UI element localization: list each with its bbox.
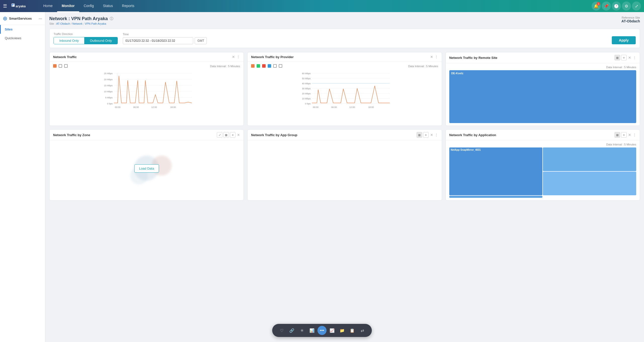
outbound-only-button[interactable]: Outbound Only (84, 37, 117, 44)
zone-grid-btn[interactable]: ▦ (223, 132, 229, 138)
network-traffic-chart: 25 Mbps 20 Mbps 15 Mbps 10 Mbps 5 Mbps 0… (53, 71, 240, 112)
svg-text:25 Mbps: 25 Mbps (104, 72, 113, 75)
treemap-cell-large: NetApp SnapMirror_4031 (449, 147, 543, 195)
network-traffic-app-group-title: Network Traffic by App Group (251, 133, 297, 137)
toolbar-more-btn[interactable]: ••• (317, 326, 327, 335)
more-options-icon-3[interactable]: ⋮ (633, 56, 636, 60)
nav-monitor[interactable]: Monitor (57, 0, 79, 12)
svg-rect-3 (12, 6, 13, 6)
notifications-button[interactable]: 🔔1 (592, 2, 601, 11)
close-icon[interactable]: ✕ (232, 55, 235, 59)
svg-text:20 Mbps: 20 Mbps (104, 78, 113, 81)
svg-text:10 Mbps: 10 Mbps (302, 97, 311, 100)
breadcrumb: Site : AT-Obdach / Network : VPN Path Ar… (49, 22, 113, 25)
svg-text:00:00: 00:00 (115, 106, 120, 108)
network-traffic-body: Data Interval : 5 Minutes 25 Mbps 20 Mbp… (50, 62, 244, 114)
logo: aryaka (11, 3, 34, 10)
more-options-icon-6[interactable]: ⋮ (633, 133, 636, 137)
sidebar-collapse-icon[interactable]: — (39, 17, 42, 20)
svg-rect-0 (12, 4, 15, 7)
inbound-only-button[interactable]: Inbound Only (54, 37, 84, 44)
treemap-cell-3 (449, 196, 543, 198)
app-group-empty (251, 143, 438, 188)
network-traffic-remote-header: Network Traffic by Remote Site ▦ ≡ ✕ ⋮ (446, 52, 640, 63)
nav-config[interactable]: Config (79, 0, 98, 12)
more-options-icon-5[interactable]: ⋮ (435, 133, 438, 137)
app-group-bar-btn[interactable]: ▦ (417, 132, 422, 138)
network-traffic-provider-actions: ✕ ⋮ (430, 55, 438, 59)
traffic-direction-group: Traffic Direction Inbound Only Outbound … (54, 32, 118, 44)
close-icon-6[interactable]: ✕ (628, 133, 631, 137)
hamburger-menu[interactable]: ☰ (3, 3, 7, 9)
svg-text:50 Mbps: 50 Mbps (302, 77, 311, 80)
time-range-input[interactable] (123, 37, 193, 44)
toolbar-folder-btn[interactable]: 📁 (338, 326, 347, 335)
close-icon-3[interactable]: ✕ (628, 56, 631, 60)
app-list-btn[interactable]: ≡ (621, 132, 627, 138)
treemap-cell-label: NetApp SnapMirror_4031 (451, 148, 481, 151)
toolbar-link-btn[interactable]: 🔗 (287, 326, 296, 335)
nav-status[interactable]: Status (98, 0, 117, 12)
svg-text:18:00: 18:00 (170, 106, 176, 108)
charts-grid: Network Traffic ✕ ⋮ Data Interval : 5 Mi… (49, 52, 640, 201)
toolbar-chart-btn[interactable]: 📊 (307, 326, 316, 335)
toolbar-asterisk-btn[interactable]: ✳ (297, 326, 306, 335)
network-traffic-provider-legend (251, 64, 282, 68)
svg-text:aryaka: aryaka (16, 5, 26, 8)
network-traffic-application-body: Data Interval : 5 Minutes NetApp SnapMir… (446, 140, 640, 200)
ref-site-value: AT-Obdach (621, 19, 640, 23)
network-traffic-app-group-card: Network Traffic by App Group ▦ ≡ ✕ ⋮ (247, 129, 442, 201)
network-traffic-app-group-header: Network Traffic by App Group ▦ ≡ ✕ ⋮ (248, 130, 441, 140)
network-traffic-remote-card: Network Traffic by Remote Site ▦ ≡ ✕ ⋮ D… (446, 52, 640, 126)
svg-text:60 Mbps: 60 Mbps (302, 72, 311, 75)
toolbar-transfer-btn[interactable]: ⇄ (358, 326, 367, 335)
network-traffic-zone-body: Load Data (50, 140, 244, 197)
sidebar-item-sites[interactable]: Sites (0, 25, 45, 34)
time-group: Time GMT (123, 33, 207, 44)
nav-reports[interactable]: Reports (117, 0, 139, 12)
zone-list-btn[interactable]: ≡ (230, 132, 235, 138)
bottom-toolbar: ♡ 🔗 ✳ 📊 ••• 📈 📁 📋 ⇄ (272, 324, 372, 337)
network-traffic-title: Network Traffic (53, 55, 77, 59)
nav-action-icons: 🔔1 📌 🕐 ⚙ ⤢ (592, 2, 641, 11)
toolbar-heart-btn[interactable]: ♡ (277, 326, 286, 335)
svg-text:18:00: 18:00 (368, 106, 374, 108)
close-icon-2[interactable]: ✕ (430, 55, 433, 59)
nav-links: Home Monitor Config Status Reports (39, 0, 592, 12)
settings-button[interactable]: ⚙ (622, 2, 631, 11)
time-label: Time (123, 33, 207, 36)
sidebar-title: SmartServices (9, 17, 32, 20)
sidebar-item-quickviews[interactable]: Quickviews (0, 34, 45, 43)
nav-home[interactable]: Home (39, 0, 57, 12)
reference-site: Reference Site AT-Obdach (621, 16, 640, 23)
toolbar-clipboard-btn[interactable]: 📋 (348, 326, 357, 335)
close-icon-4[interactable]: ✕ (237, 133, 240, 137)
page-info-icon[interactable]: ⓘ (110, 17, 113, 21)
clock-button[interactable]: 🕐 (612, 2, 621, 11)
app-group-list-btn[interactable]: ≡ (423, 132, 429, 138)
expand-button[interactable]: ⤢ (632, 2, 641, 11)
zone-zoom-btn[interactable]: ⤢ (217, 132, 222, 138)
network-traffic-zone-title: Network Traffic by Zone (53, 133, 90, 137)
network-traffic-application-interval: Data Interval : 5 Minutes (449, 143, 636, 146)
grid-view-btn[interactable]: ▦ (615, 55, 620, 60)
bookmark-button[interactable]: 📌 (602, 2, 611, 11)
time-input-group: GMT (123, 37, 207, 44)
svg-text:15 Mbps: 15 Mbps (104, 84, 113, 87)
svg-text:12:00: 12:00 (151, 106, 157, 108)
network-traffic-header: Network Traffic ✕ ⋮ (50, 52, 244, 62)
network-traffic-provider-title: Network Traffic by Provider (251, 55, 294, 59)
toolbar-linechart-btn[interactable]: 📈 (328, 326, 337, 335)
remote-site-label: DE-Koelz (451, 72, 463, 75)
sidebar: ◎ SmartServices — Sites Quickviews (0, 12, 45, 342)
app-grid-btn[interactable]: ▦ (615, 132, 620, 138)
svg-text:0 bps: 0 bps (305, 102, 311, 105)
network-traffic-provider-body: Data Interval : 5 Minutes 60 Mbps 50 Mbp… (248, 62, 441, 114)
more-options-icon[interactable]: ⋮ (236, 55, 240, 59)
more-options-icon-2[interactable]: ⋮ (435, 55, 438, 59)
list-view-btn[interactable]: ≡ (621, 55, 627, 60)
apply-button[interactable]: Apply (612, 36, 636, 44)
network-traffic-provider-card: Network Traffic by Provider ✕ ⋮ (247, 52, 442, 126)
load-data-button[interactable]: Load Data (134, 164, 159, 173)
close-icon-5[interactable]: ✕ (430, 133, 433, 137)
